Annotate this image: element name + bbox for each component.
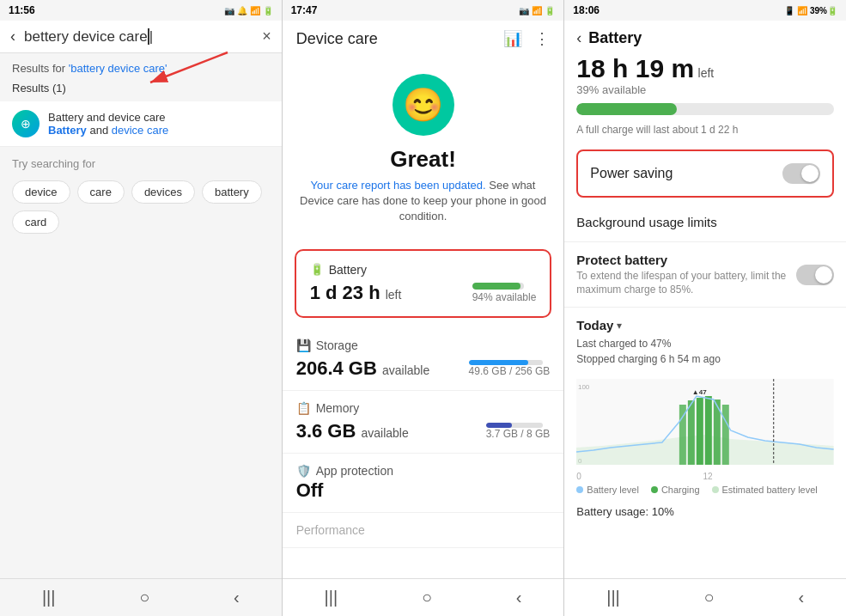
power-saving-toggle[interactable] bbox=[782, 163, 820, 184]
toggle-knob bbox=[801, 165, 819, 182]
legend-charging-label: Charging bbox=[661, 485, 700, 495]
nav-back-1[interactable]: ‹ bbox=[234, 588, 240, 607]
battery-time-display: 1 d 23 h left bbox=[310, 282, 402, 304]
battery-time-main: 18 h 19 m left bbox=[564, 51, 846, 83]
power-saving-row[interactable]: Power saving bbox=[576, 149, 834, 198]
battery-back-button[interactable]: ‹ bbox=[576, 29, 581, 47]
back-button[interactable]: ‹ bbox=[10, 27, 15, 46]
nav-back-2[interactable]: ‹ bbox=[516, 588, 522, 607]
storage-header: 💾 Storage bbox=[296, 338, 551, 352]
app-protection-header: 🛡️ App protection bbox=[296, 464, 551, 478]
background-usage-row[interactable]: Background usage limits bbox=[564, 203, 846, 242]
today-label: Today bbox=[576, 318, 613, 332]
battery-panel: 18:06 📱 📶 39%🔋 ‹ Battery 18 h 19 m left … bbox=[564, 0, 846, 616]
chart-icon[interactable]: 📊 bbox=[503, 29, 522, 48]
chart-label-12: 12 bbox=[703, 472, 712, 481]
header-icons: 📊 ⋮ bbox=[503, 29, 550, 48]
nav-home-1[interactable]: ○ bbox=[139, 588, 149, 607]
storage-icon: 💾 bbox=[296, 338, 311, 352]
status-icons-3: 📱 📶 39%🔋 bbox=[784, 6, 837, 15]
protect-battery-desc: To extend the lifespan of your battery, … bbox=[576, 270, 789, 296]
camera-icon: 📷 bbox=[224, 6, 234, 15]
great-title: Great! bbox=[390, 146, 456, 173]
storage-unit: available bbox=[382, 363, 429, 377]
nav-back-3[interactable]: ‹ bbox=[798, 588, 804, 607]
memory-label: Memory bbox=[316, 401, 360, 415]
battery-card-header: 🔋 Battery bbox=[310, 263, 537, 277]
battery-left-label: left bbox=[386, 288, 402, 302]
protect-battery-toggle[interactable] bbox=[796, 265, 834, 285]
more-icon[interactable]: ⋮ bbox=[534, 29, 550, 48]
chart-legend: Battery level Charging Estimated battery… bbox=[564, 481, 846, 498]
tag-battery[interactable]: battery bbox=[202, 180, 262, 204]
memory-card[interactable]: 📋 Memory 3.6 GB available 3.7 G bbox=[283, 391, 564, 454]
last-charged-text: Last charged to 47% Stopped charging 6 h… bbox=[576, 336, 834, 367]
tag-devices[interactable]: devices bbox=[131, 180, 195, 204]
svg-text:▲47: ▲47 bbox=[692, 388, 707, 396]
result-sub-link[interactable]: device care bbox=[112, 124, 168, 137]
performance-label: Performance bbox=[296, 523, 551, 537]
storage-amount: 206.4 GB available bbox=[296, 357, 430, 379]
nav-menu-3[interactable]: ||| bbox=[606, 588, 620, 607]
performance-card[interactable]: Performance bbox=[283, 513, 564, 548]
today-section: Today ▾ Last charged to 47% Stopped char… bbox=[564, 308, 846, 372]
background-usage-label: Background usage limits bbox=[576, 215, 716, 229]
tag-card[interactable]: card bbox=[12, 210, 59, 234]
app-protection-card[interactable]: 🛡️ App protection Off bbox=[283, 454, 564, 513]
nav-menu-2[interactable]: ||| bbox=[325, 588, 338, 607]
results-link[interactable]: 'battery device care' bbox=[69, 62, 167, 75]
tag-care[interactable]: care bbox=[77, 180, 125, 204]
result-item[interactable]: ⊕ Battery and device care Battery and de… bbox=[0, 101, 282, 147]
today-row[interactable]: Today ▾ bbox=[576, 318, 834, 332]
storage-detail: 49.6 GB / 256 GB bbox=[469, 365, 551, 377]
device-care-title: Device care bbox=[296, 30, 378, 48]
chart-labels: 0 12 bbox=[564, 472, 846, 481]
legend-battery: Battery level bbox=[576, 485, 639, 495]
battery-progress-bar bbox=[576, 103, 834, 115]
memory-detail: 3.7 GB / 8 GB bbox=[486, 428, 551, 440]
last-charged: Last charged to 47% bbox=[576, 336, 834, 351]
wifi-icon-2: 📶 bbox=[532, 6, 542, 15]
battery-card-label: Battery bbox=[329, 263, 367, 277]
care-icon: ⊕ bbox=[21, 117, 31, 131]
battery-small-icon: 🔋 bbox=[310, 263, 324, 276]
time-2: 17:47 bbox=[291, 4, 318, 16]
storage-card[interactable]: 💾 Storage 206.4 GB available 49 bbox=[283, 328, 564, 391]
great-desc-highlight: Your care report has been updated. bbox=[311, 179, 486, 192]
battery-icon-1: 🔋 bbox=[263, 6, 273, 15]
legend-charging-dot bbox=[651, 486, 658, 493]
time-3: 18:06 bbox=[573, 4, 600, 16]
result-sub-and: and bbox=[89, 124, 111, 137]
battery-chart: 100 0 ▲47 bbox=[576, 379, 834, 465]
nav-menu-1[interactable]: ||| bbox=[42, 588, 56, 607]
search-query[interactable]: bettery device care| bbox=[24, 28, 253, 46]
today-dropdown-icon: ▾ bbox=[617, 320, 622, 332]
storage-bar-row: 206.4 GB available 49.6 GB / 256 GB bbox=[296, 357, 551, 380]
battery-progress-fill bbox=[576, 103, 677, 115]
battery-card[interactable]: 🔋 Battery 1 d 23 h left 94% ava bbox=[295, 249, 552, 318]
protect-battery-row: Protect battery To extend the lifespan o… bbox=[576, 253, 834, 296]
memory-value: 3.6 GB bbox=[296, 420, 356, 442]
tag-device[interactable]: device bbox=[12, 180, 70, 204]
nav-home-3[interactable]: ○ bbox=[704, 588, 715, 607]
stopped-charging: Stopped charging 6 h 54 m ago bbox=[576, 351, 834, 367]
battery-available: 94% available bbox=[472, 291, 537, 303]
shield-icon: 🛡️ bbox=[296, 464, 311, 478]
great-description: Your care report has been updated. See w… bbox=[296, 178, 551, 225]
great-section: 😊 Great! Your care report has been updat… bbox=[283, 57, 564, 239]
protect-battery-section[interactable]: Protect battery To extend the lifespan o… bbox=[564, 242, 846, 308]
battery-mini-bar bbox=[472, 283, 524, 290]
camera-icon-2: 📷 bbox=[519, 6, 529, 15]
try-searching-label: Try searching for bbox=[0, 147, 282, 175]
legend-battery-dot bbox=[576, 486, 583, 493]
memory-header: 📋 Memory bbox=[296, 401, 551, 415]
protect-toggle-knob bbox=[815, 266, 832, 284]
nav-home-2[interactable]: ○ bbox=[422, 588, 432, 607]
clear-search-button[interactable]: × bbox=[262, 27, 271, 46]
battery-bar-right: 94% available bbox=[472, 283, 537, 303]
svg-text:100: 100 bbox=[578, 383, 590, 391]
memory-amount: 3.6 GB available bbox=[296, 420, 409, 442]
protect-battery-content: Protect battery To extend the lifespan o… bbox=[576, 253, 789, 296]
chart-svg: 100 0 ▲47 bbox=[576, 379, 834, 465]
battery-available-pct: 39% available bbox=[564, 83, 846, 96]
